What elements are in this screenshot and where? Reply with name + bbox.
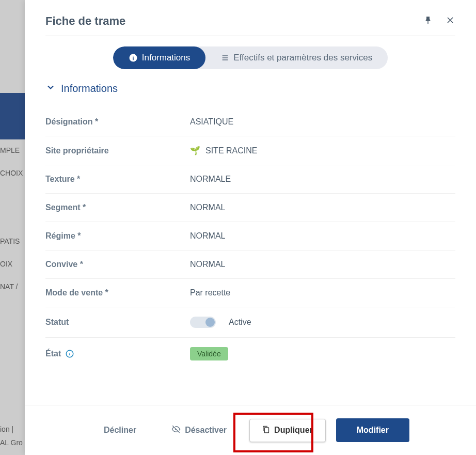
info-icon[interactable]	[65, 349, 74, 358]
field-value: Active	[229, 318, 251, 327]
bg-footer: ion |	[0, 425, 13, 433]
status-badge: Validée	[190, 347, 228, 360]
field-segment: Segment * NORMAL	[45, 194, 455, 222]
field-label: Mode de vente *	[45, 288, 190, 297]
field-statut: Statut Active	[45, 307, 455, 338]
modal-content-scroll[interactable]: Informations Désignation * ASIATIQUE Sit…	[25, 82, 476, 405]
field-value: NORMAL	[190, 260, 225, 269]
field-value: NORMALE	[190, 175, 231, 184]
modal-title: Fiche de trame	[45, 14, 125, 28]
modal-footer: Décliner Désactiver Dupliquer Modifier	[25, 405, 476, 455]
fiche-trame-modal: Fiche de trame Informations Effect	[25, 0, 476, 455]
field-etat: État Validée	[45, 338, 455, 370]
field-label: Texture *	[45, 175, 190, 184]
chevron-down-icon	[45, 82, 56, 95]
field-label: Segment *	[45, 203, 190, 212]
field-texture: Texture * NORMALE	[45, 165, 455, 194]
seedling-icon: 🌱	[190, 146, 200, 155]
tab-informations[interactable]: Informations	[113, 46, 206, 69]
close-icon[interactable]	[445, 15, 455, 27]
field-value: Par recette	[190, 288, 230, 297]
decline-button[interactable]: Décliner	[91, 419, 149, 441]
field-convive: Convive * NORMAL	[45, 250, 455, 279]
field-label: État	[45, 349, 61, 358]
field-value: ASIATIQUE	[190, 117, 233, 127]
bg-list-item: NAT /	[0, 283, 18, 291]
field-label: Convive *	[45, 260, 190, 269]
field-mode-vente: Mode de vente * Par recette	[45, 279, 455, 307]
statut-toggle[interactable]	[190, 317, 216, 328]
tab-label: Informations	[142, 53, 191, 63]
field-value: NORMAL	[190, 231, 225, 241]
tab-effectifs[interactable]: Effectifs et paramètres des services	[205, 46, 388, 69]
bg-list-item: PATIS	[0, 237, 20, 245]
duplicate-button[interactable]: Dupliquer	[249, 419, 326, 442]
info-icon	[129, 53, 138, 62]
bg-list-item: CHOIX	[0, 169, 23, 177]
field-site-proprietaire: Site propriétaire 🌱 SITE RACINE	[45, 136, 455, 165]
field-label: Régime *	[45, 231, 190, 241]
field-designation: Désignation * ASIATIQUE	[45, 108, 455, 136]
eye-off-icon	[171, 425, 181, 436]
field-label: Désignation *	[45, 117, 190, 127]
bg-list-item: MPLE	[0, 146, 20, 154]
section-informations-header[interactable]: Informations	[45, 82, 455, 95]
field-value: SITE RACINE	[205, 146, 257, 155]
field-regime: Régime * NORMAL	[45, 222, 455, 250]
field-value: NORMAL	[190, 203, 225, 212]
tab-label: Effectifs et paramètres des services	[233, 53, 372, 63]
pin-icon[interactable]	[423, 15, 433, 27]
section-title: Informations	[61, 83, 118, 95]
copy-icon	[262, 426, 270, 435]
field-label: Site propriétaire	[45, 146, 190, 155]
modal-header: Fiche de trame	[25, 0, 476, 36]
tabs-container: Informations Effectifs et paramètres des…	[113, 46, 388, 69]
bg-list-item: OIX	[0, 260, 12, 268]
modify-button[interactable]: Modifier	[336, 418, 409, 442]
bg-footer: AL Gro	[0, 438, 23, 447]
deactivate-button[interactable]: Désactiver	[159, 418, 239, 442]
list-icon	[221, 54, 229, 62]
field-label: Statut	[45, 318, 190, 327]
